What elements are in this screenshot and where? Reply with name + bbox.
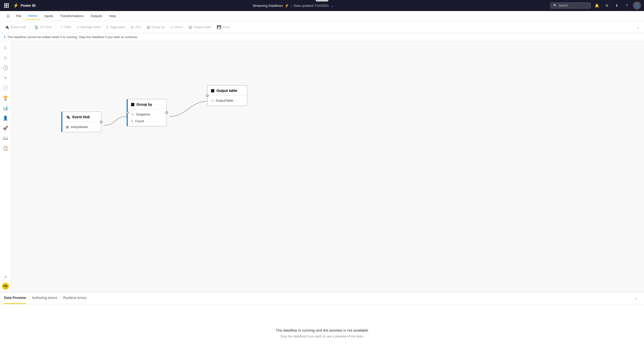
notifications-button[interactable]: 🔔 (593, 2, 601, 10)
infobar: ℹ The dataflow cannot be edited while it… (0, 33, 644, 41)
event-hub-icon: 🔌 (5, 25, 9, 29)
menu-home[interactable]: Home (25, 12, 40, 20)
event-hub-output-port (100, 121, 103, 123)
output-table-input-port (206, 94, 209, 97)
filter-button[interactable]: ▽ Filter (58, 23, 74, 31)
svg-rect-6 (4, 7, 6, 8)
sidebar-expand-button[interactable]: ↗ (1, 273, 10, 282)
sidebar-goals-button[interactable]: 🏆 (1, 93, 10, 102)
tab-runtime-errors[interactable]: Runtime errors (63, 292, 87, 304)
canvas-area: ⌂ ☆ 🕐 + 📄 🏆 📊 👤 🚀 📖 📋 ↗ PB (0, 41, 644, 292)
save-icon: 💾 (217, 25, 221, 29)
svg-rect-8 (8, 7, 9, 8)
sidebar-favorites-button[interactable]: ☆ (1, 53, 10, 62)
output-table-node-header: ▦ Output table (208, 86, 247, 96)
menubar: ☰ File Home Inputs Transformations Outpu… (0, 11, 644, 21)
menu-inputs[interactable]: Inputs (41, 13, 56, 19)
group-by-icon: ▦ (147, 25, 150, 29)
sidebar-workspace-button[interactable]: 🚀 (1, 124, 10, 133)
aggregate-button[interactable]: Σ Aggregate (104, 23, 127, 31)
dataflow-name: Streaming Dataflows (253, 4, 283, 8)
avatar[interactable]: 👤 (633, 2, 641, 10)
help-button[interactable]: ? (623, 2, 631, 10)
topbar-actions: 🔍 Search 🔔 ⚙ ⬇ ? 👤 (550, 2, 641, 10)
search-placeholder: Search (559, 4, 568, 7)
chevron-down-icon[interactable]: ⌄ (331, 4, 334, 8)
preview-sub-message: Stop the dataflow if you wish to see a p… (280, 334, 364, 338)
sidebar-reports-button[interactable]: 📊 (1, 103, 10, 112)
download-button[interactable]: ⬇ (613, 2, 621, 10)
menu-transformations[interactable]: Transformations (57, 13, 86, 19)
save-label: Save (223, 25, 230, 29)
waffle-icon[interactable] (3, 2, 10, 9)
iot-hub-icon: 📡 (34, 25, 39, 29)
lightning-badge: ⚡ (285, 4, 289, 8)
sidebar-create-button[interactable]: + (1, 73, 10, 82)
sidebar-learn-button[interactable]: 👤 (1, 113, 10, 123)
join-button[interactable]: ⊕ Join (128, 23, 144, 31)
canvas-workspace[interactable]: 🔌 Event Hub ▦ entrystream ▦ Group by (11, 41, 644, 292)
group-by-node[interactable]: ▦ Group by ∿ Snapshot Σ Count (127, 99, 167, 127)
settings-button[interactable]: ⚙ (603, 2, 611, 10)
tab-authoring-errors[interactable]: Authoring errors (32, 292, 57, 304)
document-title: Streaming Dataflows ⚡ | Data updated 7/1… (39, 4, 547, 8)
data-updated-label: Data updated 7/14/2021 (294, 4, 329, 8)
count-icon: Σ (131, 119, 133, 123)
group-by-button[interactable]: ▦ Group by (144, 23, 167, 31)
group-by-output-port (165, 111, 168, 114)
topbar: ⚡ Power BI Streaming Dataflows ⚡ | Data … (0, 0, 644, 11)
search-box[interactable]: 🔍 Search (550, 3, 591, 9)
sidebar-badge[interactable]: PB (2, 283, 9, 290)
bottom-panel-content: The dataflow is running and the preview … (0, 304, 644, 362)
outputtable-icon: ◇ (211, 99, 214, 102)
manage-fields-button[interactable]: ≡ Manage fields (75, 23, 104, 31)
left-sidebar: ⌂ ☆ 🕐 + 📄 🏆 📊 👤 🚀 📖 📋 ↗ PB (0, 41, 11, 292)
sidebar-dataflows-button[interactable]: 📋 (1, 144, 10, 153)
output-table-button[interactable]: ▦ Output table (186, 23, 214, 31)
svg-rect-2 (8, 3, 9, 5)
group-by-label: Group by (151, 25, 165, 29)
entrystream-icon: ▦ (66, 125, 69, 129)
menu-outputs[interactable]: Outputs (88, 13, 105, 19)
sidebar-recent-button[interactable]: 🕐 (1, 63, 10, 72)
menu-file[interactable]: File (13, 13, 24, 19)
iot-hub-button[interactable]: 📡 IoT Hub (32, 23, 54, 31)
svg-rect-1 (6, 3, 7, 5)
output-table-icon: ▦ (189, 25, 192, 29)
toolbar-collapse-button[interactable]: ⌄ (634, 24, 642, 30)
group-by-node-icon: ▦ (131, 102, 134, 107)
event-hub-button[interactable]: 🔌 Event Hub (2, 23, 28, 31)
event-hub-label: Event Hub (11, 25, 26, 29)
sidebar-toggle-button[interactable]: ☰ (4, 12, 12, 20)
snapshot-label: Snapshot (136, 112, 150, 116)
bottom-panel-tabs: Data Preview Authoring errors Runtime er… (0, 292, 644, 304)
tab-data-preview[interactable]: Data Preview (4, 292, 26, 304)
union-label: Union (174, 25, 183, 29)
sidebar-home-button[interactable]: ⌂ (1, 43, 10, 52)
sidebar-browse-button[interactable]: 📄 (1, 83, 10, 92)
union-icon: ∪ (170, 25, 173, 29)
info-icon: ℹ (4, 35, 5, 39)
svg-rect-3 (4, 5, 6, 6)
panel-collapse-button[interactable]: ⌄ (632, 294, 640, 302)
output-table-node-icon: ▦ (211, 88, 214, 93)
main-area: ⌂ ☆ 🕐 + 📄 🏆 📊 👤 🚀 📖 📋 ↗ PB (0, 41, 644, 362)
outputtable-label: OutputTable (216, 99, 233, 102)
group-by-node-body: ∿ Snapshot Σ Count (128, 109, 166, 126)
output-table-node[interactable]: ▦ Output table ◇ OutputTable (207, 85, 247, 106)
group-by-input-port (126, 111, 129, 114)
event-hub-node[interactable]: 🔌 Event Hub ▦ entrystream (61, 111, 102, 132)
save-button[interactable]: 💾 Save (214, 23, 233, 31)
svg-rect-7 (6, 7, 7, 8)
svg-rect-0 (4, 3, 6, 5)
menu-help[interactable]: Help (106, 13, 119, 19)
node-item-count: Σ Count (128, 118, 166, 125)
svg-rect-4 (6, 5, 7, 6)
manage-fields-label: Manage fields (80, 25, 101, 29)
sidebar-datasets-button[interactable]: 📖 (1, 134, 10, 143)
node-item-outputtable: ◇ OutputTable (208, 97, 247, 104)
bottom-panel: Data Preview Authoring errors Runtime er… (0, 292, 644, 362)
event-hub-node-icon: 🔌 (65, 114, 70, 119)
output-table-node-title: Output table (216, 89, 237, 93)
union-button[interactable]: ∪ Union (168, 23, 186, 31)
